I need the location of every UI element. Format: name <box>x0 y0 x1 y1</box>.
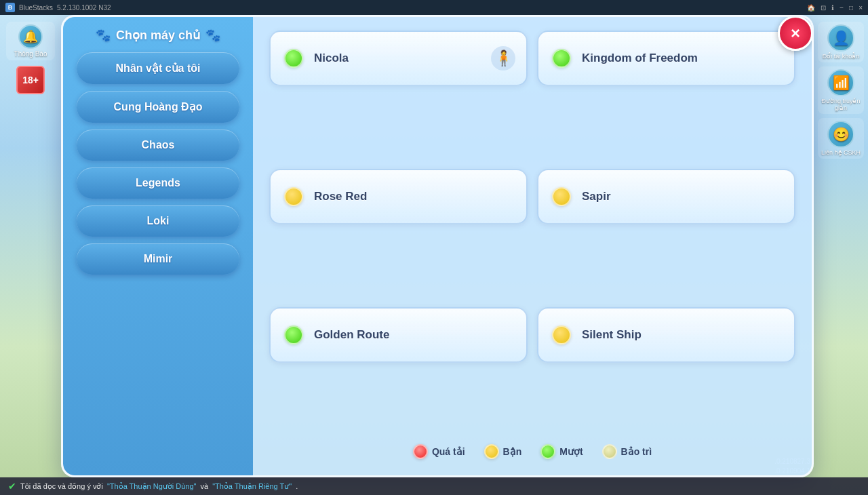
stream-label: Đường truyền giản <box>821 98 861 111</box>
legend-label-muot: Mượt <box>559 446 583 457</box>
switch-account-btn[interactable]: 👤 Đổi tài khoản <box>818 22 864 62</box>
home-icon[interactable]: 🏠 <box>807 4 815 12</box>
app-version: 5.2.130.1002 N32 <box>57 4 111 12</box>
age-badge: 18+ <box>16 66 45 94</box>
legend-bao-tri: Bảo trì <box>602 444 652 459</box>
legend-qua-tai: Quá tải <box>413 444 465 459</box>
modal-overlay: × 🐾 Chọn máy chủ 🐾 Nhân vật của tôi Cung… <box>61 15 814 477</box>
server-nicola[interactable]: Nicola 🧍 <box>269 31 528 86</box>
close-button[interactable]: × <box>778 16 813 51</box>
notification-label: Thông Báo <box>14 50 47 58</box>
wifi-icon: 📶 <box>827 69 854 96</box>
server-name-kingdom: Kingdom of Freedom <box>582 52 698 65</box>
stream-btn[interactable]: 📶 Đường truyền giản <box>818 66 864 114</box>
info-icon[interactable]: ℹ <box>831 4 834 12</box>
server-select-modal: × 🐾 Chọn máy chủ 🐾 Nhân vật của tôi Cung… <box>61 15 814 477</box>
legend-bar: Quá tải Bận Mượt Bảo trì <box>269 436 795 462</box>
support-label: Liên hệ CSKH <box>821 149 861 156</box>
server-dot-kingdom <box>552 49 571 68</box>
title-bar: B BlueStacks 5.2.130.1002 N32 🏠 ⊡ ℹ − □ … <box>0 0 868 15</box>
close-title-btn[interactable]: × <box>859 4 863 12</box>
panel-title-text: Chọn máy chủ <box>116 28 200 43</box>
server-rose-red[interactable]: Rose Red <box>269 169 528 224</box>
server-dot-nicola <box>284 49 303 68</box>
window-icon[interactable]: ⊡ <box>821 4 826 12</box>
app-name: BlueStacks <box>19 4 53 12</box>
legend-muot: Mượt <box>540 444 583 459</box>
minimize-btn[interactable]: − <box>840 4 844 12</box>
server-name-golden-route: Golden Route <box>314 328 389 342</box>
menu-btn-legends[interactable]: Legends <box>77 167 239 199</box>
bottom-text-2: và <box>201 482 209 490</box>
panel-title: 🐾 Chọn máy chủ 🐾 <box>96 28 220 43</box>
terms-link-1[interactable]: "Thỏa Thuận Người Dùng" <box>107 482 197 491</box>
server-kingdom-of-freedom[interactable]: Kingdom of Freedom <box>537 31 795 86</box>
menu-btn-mimir[interactable]: Mimir <box>77 243 239 275</box>
character-icon: 🧍 <box>491 46 515 71</box>
menu-btn-my-char[interactable]: Nhân vật của tôi <box>77 52 239 84</box>
bluestacks-logo: B <box>5 3 15 12</box>
server-sapir[interactable]: Sapir <box>537 169 795 224</box>
server-dot-golden-route <box>284 325 303 344</box>
legend-dot-yellow <box>484 444 499 459</box>
server-name-silent-ship: Silent Ship <box>582 328 642 342</box>
support-icon: 😊 <box>827 121 854 148</box>
menu-btn-chaos[interactable]: Chaos <box>77 130 239 161</box>
notification-icon: 🔔 <box>18 24 43 49</box>
account-label: Đổi tài khoản <box>823 53 860 60</box>
paw-icon-left: 🐾 <box>96 28 111 43</box>
account-icon: 👤 <box>827 24 854 52</box>
menu-btn-cung-hoang-dao[interactable]: Cung Hoàng Đạo <box>77 91 239 123</box>
bottom-bar: ✔ Tôi đã đọc và đồng ý với "Thỏa Thuận N… <box>0 477 868 495</box>
terms-link-2[interactable]: "Thỏa Thuận Riêng Tư" <box>212 482 292 491</box>
legend-dot-green <box>540 444 555 459</box>
paw-icon-right: 🐾 <box>205 28 220 43</box>
server-dot-silent-ship <box>552 325 571 344</box>
server-dot-sapir <box>552 187 571 206</box>
maximize-btn[interactable]: □ <box>849 4 853 12</box>
server-silent-ship[interactable]: Silent Ship <box>537 307 795 363</box>
legend-label-ban: Bận <box>503 446 522 457</box>
server-name-sapir: Sapir <box>582 190 611 203</box>
server-name-nicola: Nicola <box>314 52 349 65</box>
right-panel: Nicola 🧍 Kingdom of Freedom Rose Red Sap… <box>253 17 812 475</box>
legend-label-bao-tri: Bảo trì <box>621 446 652 457</box>
legend-ban: Bận <box>484 444 522 459</box>
bottom-text-1: Tôi đã đọc và đồng ý với <box>20 482 103 491</box>
checkmark-icon: ✔ <box>8 481 16 492</box>
left-sidebar: 🔔 Thông Báo 18+ <box>0 15 61 101</box>
legend-dot-bao-tri <box>602 444 617 459</box>
server-golden-route[interactable]: Golden Route <box>269 307 528 363</box>
notification-btn[interactable]: 🔔 Thông Báo <box>6 22 55 60</box>
right-sidebar: 👤 Đổi tài khoản 📶 Đường truyền giản 😊 Li… <box>814 15 868 165</box>
menu-btn-loki[interactable]: Loki <box>77 205 239 237</box>
legend-label-qua-tai: Quá tải <box>432 446 465 457</box>
server-name-rose-red: Rose Red <box>314 190 367 203</box>
window-controls: 🏠 ⊡ ℹ − □ × <box>807 4 863 12</box>
support-btn[interactable]: 😊 Liên hệ CSKH <box>818 118 864 159</box>
bottom-text-3: . <box>296 482 298 490</box>
server-grid: Nicola 🧍 Kingdom of Freedom Rose Red Sap… <box>269 31 795 436</box>
server-dot-rose-red <box>284 187 303 206</box>
legend-dot-red <box>413 444 428 459</box>
left-panel: 🐾 Chọn máy chủ 🐾 Nhân vật của tôi Cung H… <box>63 17 253 475</box>
